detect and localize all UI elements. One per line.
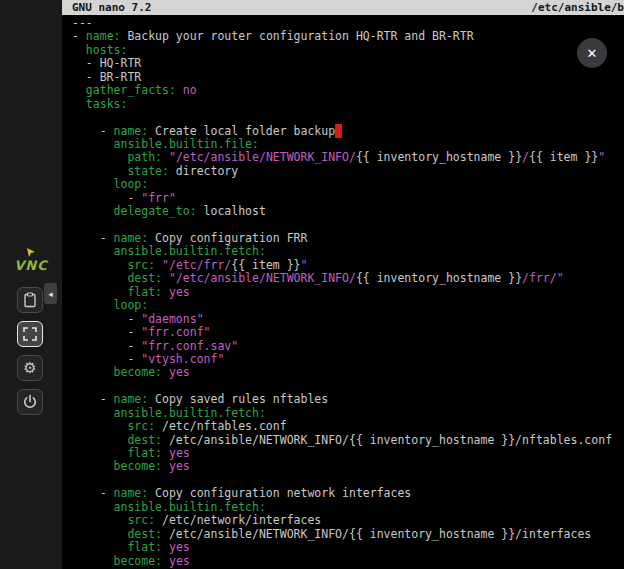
fullscreen-icon [22,326,38,342]
code-line: dest: /etc/ansible/NETWORK_INFO/{{ inven… [72,528,624,541]
code-line: ansible.builtin.fetch: [72,407,624,420]
nano-version: GNU nano 7.2 [72,1,151,14]
collapse-arrow-icon: ◂ [48,289,53,299]
screen: VNC ◂ ⚙ GNU nano 7.2 [0,0,624,569]
vnc-sidebar: VNC ◂ ⚙ [0,0,62,569]
code-line: src: "/etc/frr/{{ item }}" [72,259,624,272]
code-line [72,111,624,124]
code-line: become: yes [72,460,624,473]
power-icon [22,394,38,410]
cursor-icon [26,248,36,257]
close-icon: ✕ [587,46,598,61]
code-line [72,219,624,232]
terminal: GNU nano 7.2 /etc/ansible/b ---- name: B… [62,0,624,569]
code-line: delegate_to: localhost [72,205,624,218]
code-line: - name: Copy configuration network inter… [72,487,624,500]
code-line: ansible.builtin.fetch: [72,501,624,514]
code-line: - name: Copy configuration FRR [72,232,624,245]
code-line: gather_facts: no [72,84,624,97]
code-line: flat: yes [72,541,624,554]
code-line: dest: /etc/ansible/NETWORK_INFO/{{ inven… [72,434,624,447]
code-line: become: yes [72,366,624,379]
code-line: flat: yes [72,447,624,460]
code-line: - "vtysh.conf" [72,353,624,366]
code-line: - "frr.conf" [72,326,624,339]
code-line: hosts: [72,44,624,57]
control-bar-handle[interactable]: ◂ [44,283,57,304]
code-line: dest: "/etc/ansible/NETWORK_INFO/{{ inve… [72,272,624,285]
code-line [72,380,624,393]
code-line: src: /etc/network/interfaces [72,514,624,527]
close-button[interactable]: ✕ [577,38,607,68]
nano-titlebar: GNU nano 7.2 /etc/ansible/b [62,0,624,15]
code-line: - "frr" [72,192,624,205]
novnc-logo-text: VNC [14,258,47,273]
code-line: become: yes [72,555,624,568]
code-line: state: directory [72,165,624,178]
code-line: --- [72,17,624,30]
code-line: ansible.builtin.fetch: [72,245,624,258]
code-line: tasks: [72,98,624,111]
fullscreen-button[interactable] [17,321,43,347]
code-line: flat: yes [72,286,624,299]
settings-button[interactable]: ⚙ [17,355,43,381]
code-line: - name: Copy saved rules nftables [72,393,624,406]
gear-icon: ⚙ [23,361,36,376]
code-line: - name: Backup your router configuration… [72,30,624,43]
nano-filename: /etc/ansible/b [531,1,624,14]
code-line: loop: [72,299,624,312]
code-line: - HQ-RTR [72,57,624,70]
code-line: - BR-RTR [72,71,624,84]
clipboard-button[interactable] [17,287,43,313]
code-line: path: "/etc/ansible/NETWORK_INFO/{{ inve… [72,151,624,164]
code-line: loop: [72,178,624,191]
code-line: src: /etc/nftables.conf [72,420,624,433]
editor-lines[interactable]: ---- name: Backup your router configurat… [62,15,624,569]
novnc-logo: VNC [0,248,62,274]
power-button[interactable] [17,389,43,415]
code-line: - "frr.conf.sav" [72,340,624,353]
code-line: ansible.builtin.file: [72,138,624,151]
code-line [72,474,624,487]
clipboard-icon [22,292,38,308]
code-line: - name: Create local folder backup [72,125,624,138]
code-line: - "daemons" [72,313,624,326]
